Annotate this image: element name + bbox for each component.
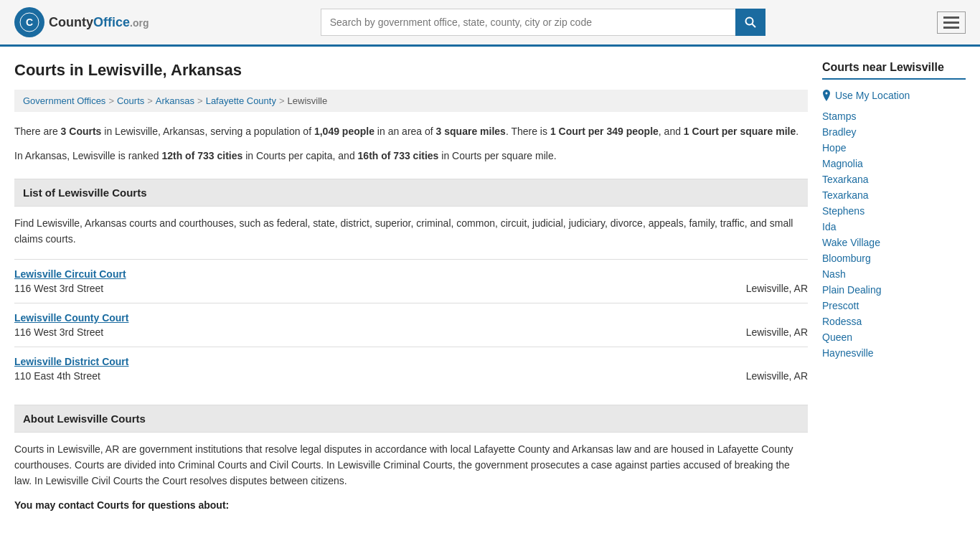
breadcrumb-gov-offices[interactable]: Government Offices bbox=[23, 95, 105, 106]
court-address-row-3: 110 East 4th Street Lewisville, AR bbox=[14, 370, 808, 382]
sidebar-link-stamps[interactable]: Stamps bbox=[822, 108, 966, 124]
sidebar-link-prescott[interactable]: Prescott bbox=[822, 298, 966, 314]
sidebar-link-magnolia[interactable]: Magnolia bbox=[822, 156, 966, 171]
stats-location: Lewisville, Arkansas bbox=[115, 126, 204, 137]
sidebar-link-stephens[interactable]: Stephens bbox=[822, 203, 966, 219]
sidebar-link-rodessa[interactable]: Rodessa bbox=[822, 314, 966, 329]
sidebar-link-hope[interactable]: Hope bbox=[822, 140, 966, 156]
menu-button[interactable] bbox=[937, 11, 966, 34]
search-input[interactable] bbox=[321, 9, 735, 36]
logo-area: C CountyOffice.org bbox=[14, 7, 149, 37]
use-my-location-label: Use My Location bbox=[835, 90, 910, 101]
page-title: Courts in Lewisville, Arkansas bbox=[14, 61, 808, 80]
breadcrumb-sep-3: > bbox=[197, 95, 203, 106]
about-section-header: About Lewisville Courts bbox=[14, 405, 808, 433]
sidebar-link-texarkana-1[interactable]: Texarkana bbox=[822, 171, 966, 187]
sidebar-link-texarkana-2[interactable]: Texarkana bbox=[822, 187, 966, 203]
search-icon bbox=[745, 17, 756, 28]
sidebar-links: Stamps Bradley Hope Magnolia Texarkana T… bbox=[822, 108, 966, 361]
stats-per-capita: 1 Court per 349 people bbox=[550, 126, 659, 137]
court-address-row-1: 116 West 3rd Street Lewisville, AR bbox=[14, 283, 808, 294]
court-city-1: Lewisville, AR bbox=[746, 283, 808, 294]
breadcrumb-sep-1: > bbox=[108, 95, 114, 106]
stats-per-mile: 1 Court per square mile bbox=[684, 126, 796, 137]
logo-text: CountyOffice.org bbox=[49, 15, 149, 30]
sidebar-link-wake-village[interactable]: Wake Village bbox=[822, 235, 966, 250]
menu-line-1 bbox=[943, 17, 959, 19]
stats-count: 3 bbox=[61, 126, 67, 137]
sidebar: Courts near Lewisville Use My Location S… bbox=[822, 61, 966, 511]
court-entry-2: Lewisville County Court 116 West 3rd Str… bbox=[14, 303, 808, 347]
svg-point-2 bbox=[745, 18, 753, 25]
list-section-header: List of Lewisville Courts bbox=[14, 179, 808, 207]
stats-population: 1,049 people bbox=[314, 126, 374, 137]
breadcrumb-sep-2: > bbox=[147, 95, 153, 106]
breadcrumb: Government Offices > Courts > Arkansas >… bbox=[14, 90, 808, 112]
breadcrumb-arkansas[interactable]: Arkansas bbox=[156, 95, 194, 106]
search-area bbox=[321, 9, 765, 36]
breadcrumb-courts[interactable]: Courts bbox=[117, 95, 144, 106]
court-city-2: Lewisville, AR bbox=[746, 326, 808, 338]
court-name-3[interactable]: Lewisville District Court bbox=[14, 356, 128, 367]
sidebar-link-bloomburg[interactable]: Bloomburg bbox=[822, 250, 966, 266]
ranking-paragraph: In Arkansas, Lewisville is ranked 12th o… bbox=[14, 148, 808, 164]
svg-text:C: C bbox=[26, 17, 33, 28]
search-button[interactable] bbox=[735, 9, 765, 36]
sidebar-link-bradley[interactable]: Bradley bbox=[822, 124, 966, 140]
court-address-2: 116 West 3rd Street bbox=[14, 326, 103, 338]
logo-icon: C bbox=[14, 7, 44, 37]
court-city-3: Lewisville, AR bbox=[746, 370, 808, 382]
breadcrumb-sep-4: > bbox=[279, 95, 285, 106]
court-entry-3: Lewisville District Court 110 East 4th S… bbox=[14, 347, 808, 390]
capita-rank: 12th of 733 cities bbox=[161, 150, 242, 161]
sidebar-link-nash[interactable]: Nash bbox=[822, 266, 966, 282]
main-container: Courts in Lewisville, Arkansas Governmen… bbox=[0, 47, 980, 525]
sidebar-link-haynesville[interactable]: Haynesville bbox=[822, 345, 966, 361]
contact-heading: You may contact Courts for questions abo… bbox=[14, 499, 808, 511]
stats-paragraph: There are 3 Courts in Lewisville, Arkans… bbox=[14, 123, 808, 139]
court-entry-1: Lewisville Circuit Court 116 West 3rd St… bbox=[14, 259, 808, 303]
menu-line-2 bbox=[943, 22, 959, 24]
sidebar-link-ida[interactable]: Ida bbox=[822, 219, 966, 235]
location-pin-icon bbox=[822, 90, 831, 101]
breadcrumb-lewisville: Lewisville bbox=[288, 95, 328, 106]
content-area: Courts in Lewisville, Arkansas Governmen… bbox=[14, 61, 808, 511]
svg-line-3 bbox=[752, 24, 755, 28]
sidebar-title: Courts near Lewisville bbox=[822, 61, 966, 80]
breadcrumb-lafayette[interactable]: Lafayette County bbox=[206, 95, 276, 106]
stats-area: 3 square miles bbox=[436, 126, 506, 137]
court-address-row-2: 116 West 3rd Street Lewisville, AR bbox=[14, 326, 808, 338]
use-my-location-link[interactable]: Use My Location bbox=[822, 90, 966, 101]
court-name-2[interactable]: Lewisville County Court bbox=[14, 312, 128, 324]
menu-line-3 bbox=[943, 27, 959, 29]
about-description: Courts in Lewisville, AR are government … bbox=[14, 441, 808, 489]
header: C CountyOffice.org bbox=[0, 0, 980, 47]
court-address-3: 110 East 4th Street bbox=[14, 370, 100, 382]
list-description: Find Lewisville, Arkansas courts and cou… bbox=[14, 215, 808, 248]
sidebar-link-plain-dealing[interactable]: Plain Dealing bbox=[822, 282, 966, 298]
court-address-1: 116 West 3rd Street bbox=[14, 283, 103, 294]
stats-unit: Courts bbox=[69, 126, 101, 137]
sidebar-link-queen[interactable]: Queen bbox=[822, 329, 966, 345]
court-name-1[interactable]: Lewisville Circuit Court bbox=[14, 268, 126, 280]
mile-rank: 16th of 733 cities bbox=[358, 150, 439, 161]
